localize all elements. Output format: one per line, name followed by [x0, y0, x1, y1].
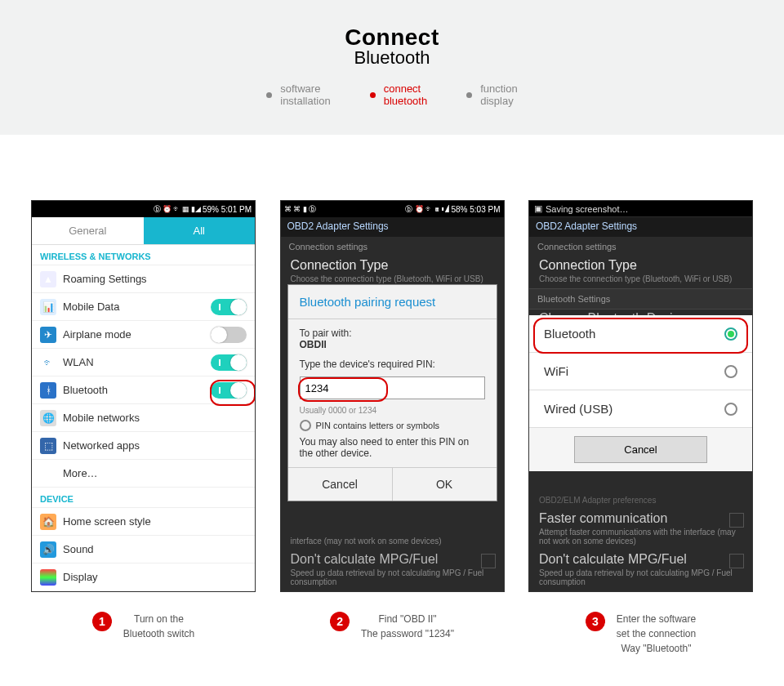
sound-icon: 🔊 [40, 541, 56, 558]
toggle-mobile-data[interactable] [211, 299, 247, 315]
tab-software[interactable]: softwareinstallation [266, 83, 330, 108]
checkbox[interactable] [729, 513, 744, 528]
dot-icon [370, 92, 376, 98]
pairing-dialog: Bluetooth pairing request To pair with: … [287, 284, 497, 501]
wifi-icon: ᯤ [40, 354, 56, 371]
radio-icon[interactable] [300, 420, 311, 431]
screenshot-2: ⌘ ⌘ ▮ ⓑⓑ ⏰ ᯤ ▦ ▮◢58% 5:03 PM OBD2 Adapte… [280, 200, 505, 592]
row-mobile-data[interactable]: 📊Mobile Data [32, 293, 255, 321]
saving-toast: ▣Saving screenshot… [529, 201, 752, 216]
networks-icon: 🌐 [40, 410, 56, 426]
step-badge: 3 [586, 612, 605, 631]
checkbox[interactable] [729, 554, 744, 568]
radio-icon [724, 403, 737, 416]
tab-function[interactable]: functiondisplay [466, 83, 518, 108]
airplane-icon: ✈ [40, 327, 56, 343]
highlight-bluetooth-option [533, 318, 748, 354]
caption-2: 2 Find "OBD II"The password "1234" [280, 612, 505, 656]
row-wlan[interactable]: ᯤWLAN [32, 349, 255, 376]
app-bar: OBD2 Adapter Settings [281, 217, 504, 237]
row-mobile-networks[interactable]: 🌐Mobile networks [32, 404, 255, 432]
row-more[interactable]: More… [32, 460, 255, 488]
section-wireless: WIRELESS & NETWORKS [32, 245, 255, 265]
status-bar: ⓑ⏰ᯤ▦▮◢59% 5:01 PM [32, 201, 255, 217]
screenshot-1: ⓑ⏰ᯤ▦▮◢59% 5:01 PM General All WIRELESS &… [31, 200, 256, 592]
data-icon: 📊 [40, 299, 56, 315]
option-wifi[interactable]: WiFi [529, 353, 752, 390]
toggle-airplane[interactable] [211, 327, 247, 343]
home-icon: 🏠 [40, 514, 56, 530]
tab-general[interactable]: General [32, 217, 144, 244]
radio-icon [724, 365, 737, 378]
bluetooth-icon: ᚼ [40, 382, 56, 399]
banner: Connect Bluetooth softwareinstallation c… [0, 0, 784, 135]
row-display[interactable]: Display [32, 564, 255, 591]
cancel-button[interactable]: Cancel [288, 468, 393, 501]
dialog-title: Bluetooth pairing request [288, 285, 497, 319]
connection-type[interactable]: Connection Type [529, 256, 752, 274]
option-usb[interactable]: Wired (USB) [529, 390, 752, 428]
tab-connect-bluetooth[interactable]: connectbluetooth [370, 83, 428, 108]
section-device: DEVICE [32, 488, 255, 508]
ok-button[interactable]: OK [393, 468, 497, 501]
row-networked-apps[interactable]: ⬚Networked apps [32, 432, 255, 460]
banner-subtitle: Bluetooth [0, 47, 784, 69]
display-icon [40, 569, 56, 586]
status-bar: ⌘ ⌘ ▮ ⓑⓑ ⏰ ᯤ ▦ ▮◢58% 5:03 PM [281, 201, 504, 217]
row-airplane[interactable]: ✈Airplane mode [32, 321, 255, 349]
pair-device: OBDII [300, 339, 485, 350]
caption-1: 1 Turn on theBluetooth switch [31, 612, 256, 656]
step-badge: 2 [330, 612, 350, 631]
row-roaming[interactable]: ▲Roaming Settings [32, 265, 255, 293]
caption-3: 3 Enter the softwareset the connectionWa… [528, 612, 753, 656]
connection-type-dialog: Bluetooth WiFi Wired (USB) Cancel [529, 315, 752, 471]
cancel-button[interactable]: Cancel [574, 436, 706, 463]
row-sound[interactable]: 🔊Sound [32, 536, 255, 564]
dot-icon [466, 92, 472, 98]
apps-icon: ⬚ [40, 438, 56, 454]
connection-type[interactable]: Connection Type [281, 256, 504, 274]
dot-icon [266, 92, 272, 98]
roaming-icon: ▲ [40, 271, 56, 287]
banner-tabs: softwareinstallation connectbluetooth fu… [0, 83, 784, 108]
row-home-style[interactable]: 🏠Home screen style [32, 508, 255, 536]
checkbox[interactable] [481, 554, 496, 568]
screenshot-3: ▣Saving screenshot… OBD2 Adapter Setting… [528, 200, 753, 592]
highlight-pin [298, 377, 388, 402]
toggle-wlan[interactable] [211, 354, 247, 371]
tab-all[interactable]: All [144, 217, 256, 244]
step-badge: 1 [92, 612, 112, 631]
settings-tabs: General All [32, 217, 255, 245]
highlight-bluetooth-toggle [210, 380, 256, 406]
app-bar: OBD2 Adapter Settings [529, 217, 752, 237]
section-connection: Connection settings [281, 237, 504, 256]
